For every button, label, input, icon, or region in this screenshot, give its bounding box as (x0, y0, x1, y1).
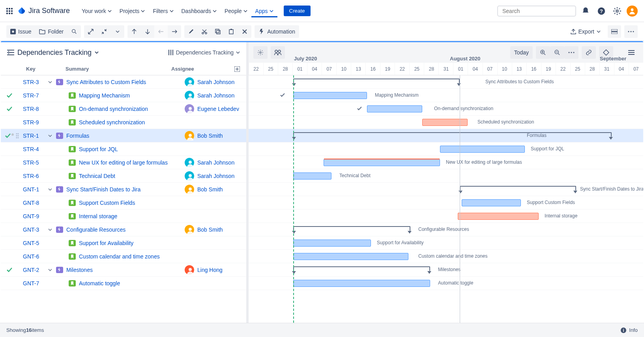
info-icon[interactable]: i (620, 327, 627, 333)
expand-dropdown[interactable] (111, 25, 124, 38)
issue-summary[interactable]: On-demand synchronization (79, 106, 185, 112)
table-row[interactable]: STR-5 New UX for editing of large formul… (1, 156, 246, 169)
issue-key[interactable]: STR-9 (23, 119, 48, 125)
col-summary[interactable]: Summary (66, 66, 171, 72)
toolbar-search-button[interactable] (67, 25, 81, 38)
issue-assignee[interactable]: Sarah Johnson (185, 91, 243, 100)
issue-summary[interactable]: New UX for editing of large formulas (79, 159, 185, 166)
col-key[interactable]: Key (26, 66, 66, 72)
gantt-row[interactable]: Scheduled synchronization (249, 116, 643, 129)
issue-key[interactable]: GNT-2 (23, 267, 48, 273)
table-row[interactable]: STR-9 Scheduled synchronization (1, 116, 246, 129)
gantt-row[interactable]: Sync Start/Finish Dates to Jira (249, 183, 643, 196)
issue-summary[interactable]: Custom calendar and time zones (79, 253, 185, 260)
issue-summary[interactable]: Support Custom Fields (79, 200, 185, 206)
search-input[interactable] (502, 8, 571, 14)
search-box[interactable] (497, 6, 576, 17)
gantt-group-bar[interactable] (293, 132, 612, 137)
nav-item-people[interactable]: People (221, 5, 251, 17)
nav-item-your-work[interactable]: Your work (78, 5, 116, 17)
issue-button[interactable]: Issue (6, 25, 35, 38)
move-down-button[interactable] (141, 25, 154, 38)
structure-selector[interactable]: Dependencies Tracking (7, 49, 99, 57)
issue-assignee[interactable]: Bob Smith (185, 225, 243, 234)
table-row[interactable]: STR-7 Mapping Mechanism Sarah Johnson (1, 89, 246, 102)
more-button[interactable] (624, 25, 638, 38)
gantt-row[interactable]: Support for JQL (249, 142, 643, 156)
issue-key[interactable]: GNT-6 (23, 253, 48, 260)
gantt-task-bar[interactable] (293, 172, 331, 180)
col-assignee[interactable]: Assignee (171, 66, 234, 72)
delete-button[interactable] (238, 25, 251, 38)
issue-key[interactable]: GNT-7 (23, 280, 48, 286)
app-switcher-icon[interactable] (6, 8, 13, 14)
issue-summary[interactable]: Internal storage (79, 213, 185, 219)
paste-button[interactable] (225, 25, 238, 38)
table-row[interactable]: GNT-8 Support Custom Fields (1, 196, 246, 210)
table-row[interactable]: GNT-9 Internal storage (1, 210, 246, 223)
gantt-task-bar[interactable] (367, 105, 422, 112)
issue-key[interactable]: GNT-9 (23, 213, 48, 219)
gantt-row[interactable]: Mapping Mechanism (249, 89, 643, 102)
indent-button[interactable] (168, 25, 181, 38)
panel-toggle-button[interactable] (608, 25, 621, 38)
gantt-row[interactable]: Support Custom Fields (249, 196, 643, 210)
nav-item-apps[interactable]: Apps (251, 5, 277, 17)
issue-key[interactable]: GNT-1 (23, 186, 48, 193)
issue-key[interactable]: STR-5 (23, 159, 48, 166)
table-row[interactable]: GNT-1 Sync Start/Finish Dates to Jira Bo… (1, 183, 246, 196)
gantt-group-bar[interactable] (293, 226, 410, 231)
gantt-task-bar[interactable] (462, 199, 521, 206)
settings-icon[interactable] (611, 5, 623, 17)
user-avatar[interactable] (627, 6, 638, 17)
gantt-row[interactable]: Milestones (249, 263, 643, 277)
copy-button[interactable] (211, 25, 225, 38)
nav-item-filters[interactable]: Filters (149, 5, 177, 17)
table-row[interactable]: STR-1 Formulas Bob Smith (1, 129, 246, 142)
chevron-down-icon[interactable] (48, 269, 52, 271)
chevron-down-icon[interactable] (48, 228, 52, 231)
issue-summary[interactable]: Automatic toggle (79, 280, 185, 286)
gantt-task-bar[interactable] (440, 146, 525, 153)
gantt-group-bar[interactable] (293, 79, 460, 83)
issue-assignee[interactable]: Bob Smith (185, 131, 243, 140)
gantt-row[interactable]: Configurable Resources (249, 223, 643, 236)
issue-key[interactable]: STR-8 (23, 106, 48, 112)
gantt-body[interactable]: Sync Attributes to Custom FieldsMapping … (249, 75, 643, 323)
gantt-row[interactable]: Formulas (249, 129, 643, 142)
chevron-down-icon[interactable] (48, 135, 52, 137)
gantt-row[interactable]: Custom calendar and time zones (249, 250, 643, 263)
view-selector[interactable]: Dependencies Tracking (168, 49, 240, 56)
export-button[interactable]: Export (567, 25, 605, 38)
automation-button[interactable]: Automation (255, 25, 299, 38)
table-row[interactable]: STR-4 Support for JQL (1, 142, 246, 156)
nav-item-dashboards[interactable]: Dashboards (178, 5, 221, 17)
issue-summary[interactable]: Formulas (66, 133, 185, 139)
issue-summary[interactable]: Technical Debt (79, 173, 185, 179)
create-button[interactable]: Create (284, 6, 311, 16)
issue-summary[interactable]: Sync Start/Finish Dates to Jira (66, 186, 185, 193)
gantt-task-bar[interactable] (293, 240, 371, 247)
gantt-row[interactable]: Support for Availability (249, 236, 643, 250)
gantt-row[interactable]: Internal storage (249, 210, 643, 223)
issue-key[interactable]: GNT-5 (23, 240, 48, 246)
issue-key[interactable]: GNT-8 (23, 200, 48, 206)
issue-key[interactable]: STR-1 (23, 133, 48, 139)
issue-summary[interactable]: Scheduled synchronization (79, 119, 185, 125)
issue-summary[interactable]: Milestones (66, 267, 185, 273)
folder-button[interactable]: Folder (35, 25, 67, 38)
gantt-task-bar[interactable] (293, 280, 430, 287)
issue-key[interactable]: STR-6 (23, 173, 48, 179)
table-row[interactable]: GNT-7 Automatic toggle (1, 277, 246, 290)
gantt-task-bar[interactable] (458, 213, 539, 220)
help-icon[interactable]: ? (595, 5, 608, 17)
issue-summary[interactable]: Support for Availability (79, 240, 185, 246)
issue-assignee[interactable]: Sarah Johnson (185, 171, 243, 181)
drag-handle-icon[interactable] (16, 133, 19, 139)
issue-assignee[interactable]: Bob Smith (185, 185, 243, 194)
gantt-task-bar[interactable] (293, 253, 408, 260)
issue-assignee[interactable]: Eugene Lebedev (185, 104, 243, 114)
gantt-task-bar[interactable] (324, 159, 440, 166)
gantt-row[interactable]: On-demand synchronization (249, 102, 643, 116)
nav-item-projects[interactable]: Projects (116, 5, 149, 17)
